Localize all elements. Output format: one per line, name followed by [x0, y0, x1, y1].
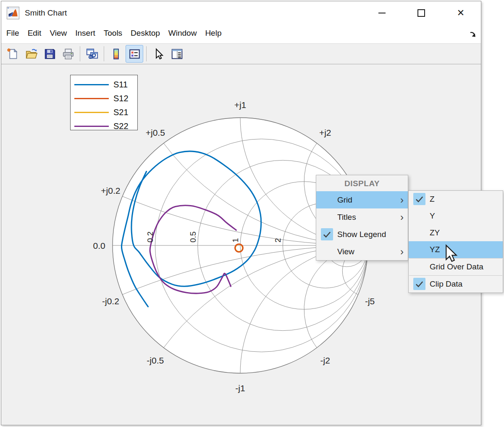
- checkmark-icon: [321, 228, 333, 240]
- insert-colorbar-button[interactable]: [107, 45, 125, 63]
- property-inspector-icon: [171, 48, 183, 60]
- legend-line-sample: [74, 112, 109, 113]
- legend-entry-s11[interactable]: S11: [71, 78, 137, 92]
- legend-label: S22: [113, 121, 129, 131]
- close-button[interactable]: ✕: [449, 6, 472, 20]
- chart-legend[interactable]: S11S12S21S22: [70, 75, 138, 130]
- menubar-item-insert[interactable]: Insert: [71, 29, 100, 38]
- legend-line-sample: [74, 98, 109, 99]
- property-inspector-button[interactable]: [168, 45, 186, 63]
- insert-legend-button[interactable]: [126, 45, 143, 63]
- link-plot-icon: [86, 48, 98, 60]
- menu-item-label: Titles: [337, 213, 356, 222]
- legend-entry-s22[interactable]: S22: [71, 119, 137, 133]
- menu-item-label: ZY: [430, 228, 440, 237]
- grid-submenu: ZYZYYZGrid Over DataClip Data: [408, 190, 503, 293]
- context-menu: DISPLAY Grid›Titles›Show LegendView›: [316, 175, 408, 261]
- menu-item-label: Grid: [337, 195, 352, 205]
- maximize-icon: [417, 9, 425, 17]
- edit-plot-icon: [152, 48, 165, 60]
- menubar-item-file[interactable]: File: [2, 29, 24, 38]
- menu-item-label: YZ: [430, 245, 440, 254]
- context-menu-header: DISPLAY: [316, 175, 408, 191]
- menu-item-grid[interactable]: Grid›: [316, 191, 408, 208]
- save-figure-button[interactable]: [41, 45, 58, 63]
- link-plot-button[interactable]: [83, 45, 101, 63]
- insert-colorbar-icon: [110, 48, 122, 60]
- edit-plot-button[interactable]: [150, 45, 167, 63]
- menu-item-label: Show Legend: [337, 230, 386, 239]
- checkmark-icon: [413, 193, 425, 205]
- menu-item-label: Y: [430, 211, 435, 221]
- legend-label: S21: [113, 108, 129, 117]
- legend-entry-s21[interactable]: S21: [71, 105, 137, 119]
- menu-item-titles[interactable]: Titles›: [316, 208, 408, 226]
- menubar-item-desktop[interactable]: Desktop: [126, 29, 164, 38]
- legend-entry-s12[interactable]: S12: [71, 92, 137, 105]
- maximize-button[interactable]: [410, 6, 433, 20]
- insert-legend-icon: [129, 48, 141, 60]
- checkmark-icon: [413, 278, 425, 290]
- print-figure-button[interactable]: [59, 45, 77, 63]
- menu-item-show-legend[interactable]: Show Legend: [316, 226, 408, 243]
- menubar-item-help[interactable]: Help: [201, 29, 226, 38]
- open-file-icon: [25, 48, 37, 60]
- new-figure-button[interactable]: [4, 45, 21, 63]
- mouse-cursor: [444, 244, 460, 265]
- minimize-icon: [378, 13, 386, 13]
- legend-label: S12: [113, 94, 129, 103]
- menubar: FileEditViewInsertToolsDesktopWindowHelp: [1, 25, 481, 43]
- menubar-item-edit[interactable]: Edit: [24, 29, 46, 38]
- minimize-button[interactable]: [370, 6, 394, 20]
- menu-item-zy[interactable]: ZY: [409, 224, 503, 241]
- menu-item-label: View: [337, 247, 354, 256]
- toolbar-separator: [146, 46, 147, 61]
- menu-item-clip-data[interactable]: Clip Data: [409, 276, 503, 293]
- legend-line-sample: [74, 84, 109, 85]
- dock-figure-icon[interactable]: [469, 31, 477, 38]
- menu-item-label: Clip Data: [430, 279, 462, 289]
- menu-item-view[interactable]: View›: [316, 243, 408, 260]
- print-figure-icon: [62, 48, 74, 60]
- matlab-logo-icon: [7, 7, 19, 19]
- toolbar: [1, 43, 481, 64]
- menubar-item-tools[interactable]: Tools: [100, 29, 126, 38]
- menubar-item-window[interactable]: Window: [164, 29, 201, 38]
- titlebar[interactable]: Smith Chart ✕: [1, 1, 481, 25]
- legend-label: S11: [113, 80, 128, 90]
- toolbar-separator: [104, 46, 104, 61]
- menu-item-y[interactable]: Y: [409, 208, 503, 224]
- menu-item-z[interactable]: Z: [409, 191, 503, 208]
- window-title: Smith Chart: [25, 8, 67, 18]
- menu-item-label: Z: [430, 195, 435, 204]
- toolbar-separator: [80, 46, 80, 61]
- new-figure-icon: [7, 48, 19, 60]
- save-figure-icon: [44, 48, 56, 60]
- menubar-item-view[interactable]: View: [45, 29, 71, 38]
- legend-line-sample: [74, 126, 109, 127]
- open-file-button[interactable]: [22, 45, 40, 63]
